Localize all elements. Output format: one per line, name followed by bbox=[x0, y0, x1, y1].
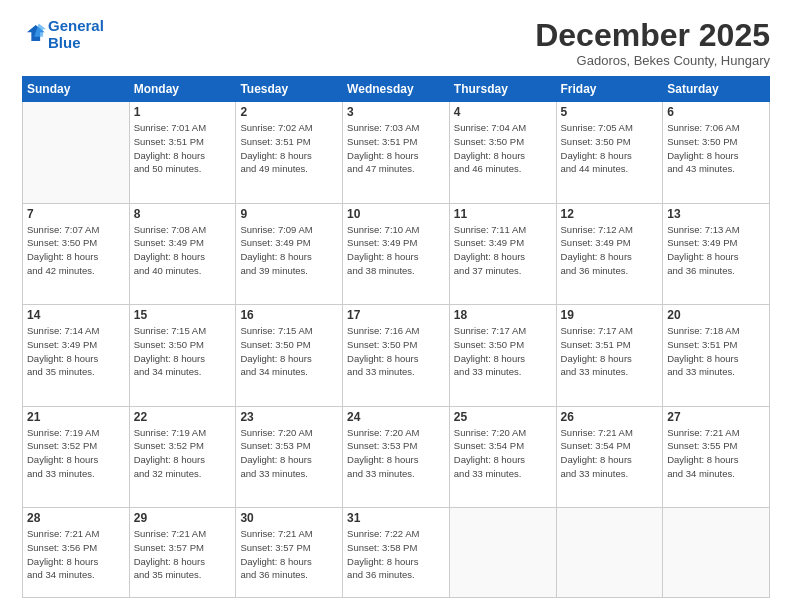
day-info: Sunrise: 7:05 AM Sunset: 3:50 PM Dayligh… bbox=[561, 121, 659, 176]
day-info: Sunrise: 7:20 AM Sunset: 3:53 PM Dayligh… bbox=[347, 426, 445, 481]
day-number: 10 bbox=[347, 207, 445, 221]
day-number: 13 bbox=[667, 207, 765, 221]
day-info: Sunrise: 7:22 AM Sunset: 3:58 PM Dayligh… bbox=[347, 527, 445, 582]
month-title: December 2025 bbox=[535, 18, 770, 53]
logo-text: General Blue bbox=[48, 18, 104, 51]
table-row: 16Sunrise: 7:15 AM Sunset: 3:50 PM Dayli… bbox=[236, 305, 343, 406]
table-row bbox=[23, 102, 130, 203]
day-number: 8 bbox=[134, 207, 232, 221]
day-info: Sunrise: 7:10 AM Sunset: 3:49 PM Dayligh… bbox=[347, 223, 445, 278]
day-info: Sunrise: 7:19 AM Sunset: 3:52 PM Dayligh… bbox=[134, 426, 232, 481]
table-row: 3Sunrise: 7:03 AM Sunset: 3:51 PM Daylig… bbox=[343, 102, 450, 203]
day-info: Sunrise: 7:07 AM Sunset: 3:50 PM Dayligh… bbox=[27, 223, 125, 278]
table-row: 19Sunrise: 7:17 AM Sunset: 3:51 PM Dayli… bbox=[556, 305, 663, 406]
calendar-header-thursday: Thursday bbox=[449, 77, 556, 102]
table-row: 31Sunrise: 7:22 AM Sunset: 3:58 PM Dayli… bbox=[343, 508, 450, 598]
table-row: 27Sunrise: 7:21 AM Sunset: 3:55 PM Dayli… bbox=[663, 406, 770, 507]
table-row: 20Sunrise: 7:18 AM Sunset: 3:51 PM Dayli… bbox=[663, 305, 770, 406]
day-number: 23 bbox=[240, 410, 338, 424]
day-number: 22 bbox=[134, 410, 232, 424]
table-row: 21Sunrise: 7:19 AM Sunset: 3:52 PM Dayli… bbox=[23, 406, 130, 507]
day-number: 28 bbox=[27, 511, 125, 525]
day-info: Sunrise: 7:13 AM Sunset: 3:49 PM Dayligh… bbox=[667, 223, 765, 278]
page: General Blue December 2025 Gadoros, Beke… bbox=[0, 0, 792, 612]
day-number: 25 bbox=[454, 410, 552, 424]
day-info: Sunrise: 7:02 AM Sunset: 3:51 PM Dayligh… bbox=[240, 121, 338, 176]
day-number: 20 bbox=[667, 308, 765, 322]
table-row bbox=[556, 508, 663, 598]
day-info: Sunrise: 7:12 AM Sunset: 3:49 PM Dayligh… bbox=[561, 223, 659, 278]
title-area: December 2025 Gadoros, Bekes County, Hun… bbox=[535, 18, 770, 68]
subtitle: Gadoros, Bekes County, Hungary bbox=[535, 53, 770, 68]
day-info: Sunrise: 7:21 AM Sunset: 3:54 PM Dayligh… bbox=[561, 426, 659, 481]
day-number: 5 bbox=[561, 105, 659, 119]
logo-line1: General bbox=[48, 17, 104, 34]
day-info: Sunrise: 7:09 AM Sunset: 3:49 PM Dayligh… bbox=[240, 223, 338, 278]
logo: General Blue bbox=[22, 18, 104, 51]
day-info: Sunrise: 7:20 AM Sunset: 3:54 PM Dayligh… bbox=[454, 426, 552, 481]
table-row bbox=[449, 508, 556, 598]
day-number: 14 bbox=[27, 308, 125, 322]
day-info: Sunrise: 7:15 AM Sunset: 3:50 PM Dayligh… bbox=[134, 324, 232, 379]
table-row: 30Sunrise: 7:21 AM Sunset: 3:57 PM Dayli… bbox=[236, 508, 343, 598]
table-row: 18Sunrise: 7:17 AM Sunset: 3:50 PM Dayli… bbox=[449, 305, 556, 406]
header: General Blue December 2025 Gadoros, Beke… bbox=[22, 18, 770, 68]
day-info: Sunrise: 7:17 AM Sunset: 3:50 PM Dayligh… bbox=[454, 324, 552, 379]
day-number: 15 bbox=[134, 308, 232, 322]
day-number: 31 bbox=[347, 511, 445, 525]
day-number: 30 bbox=[240, 511, 338, 525]
table-row: 25Sunrise: 7:20 AM Sunset: 3:54 PM Dayli… bbox=[449, 406, 556, 507]
day-info: Sunrise: 7:21 AM Sunset: 3:57 PM Dayligh… bbox=[134, 527, 232, 582]
table-row: 29Sunrise: 7:21 AM Sunset: 3:57 PM Dayli… bbox=[129, 508, 236, 598]
day-number: 12 bbox=[561, 207, 659, 221]
table-row: 17Sunrise: 7:16 AM Sunset: 3:50 PM Dayli… bbox=[343, 305, 450, 406]
calendar: SundayMondayTuesdayWednesdayThursdayFrid… bbox=[22, 76, 770, 598]
table-row: 1Sunrise: 7:01 AM Sunset: 3:51 PM Daylig… bbox=[129, 102, 236, 203]
table-row: 14Sunrise: 7:14 AM Sunset: 3:49 PM Dayli… bbox=[23, 305, 130, 406]
day-info: Sunrise: 7:08 AM Sunset: 3:49 PM Dayligh… bbox=[134, 223, 232, 278]
day-info: Sunrise: 7:17 AM Sunset: 3:51 PM Dayligh… bbox=[561, 324, 659, 379]
day-number: 6 bbox=[667, 105, 765, 119]
day-number: 3 bbox=[347, 105, 445, 119]
day-number: 18 bbox=[454, 308, 552, 322]
day-number: 21 bbox=[27, 410, 125, 424]
day-info: Sunrise: 7:06 AM Sunset: 3:50 PM Dayligh… bbox=[667, 121, 765, 176]
day-info: Sunrise: 7:16 AM Sunset: 3:50 PM Dayligh… bbox=[347, 324, 445, 379]
calendar-header-row: SundayMondayTuesdayWednesdayThursdayFrid… bbox=[23, 77, 770, 102]
day-info: Sunrise: 7:21 AM Sunset: 3:57 PM Dayligh… bbox=[240, 527, 338, 582]
day-number: 2 bbox=[240, 105, 338, 119]
day-info: Sunrise: 7:11 AM Sunset: 3:49 PM Dayligh… bbox=[454, 223, 552, 278]
day-number: 1 bbox=[134, 105, 232, 119]
table-row: 24Sunrise: 7:20 AM Sunset: 3:53 PM Dayli… bbox=[343, 406, 450, 507]
day-info: Sunrise: 7:19 AM Sunset: 3:52 PM Dayligh… bbox=[27, 426, 125, 481]
logo-line2: Blue bbox=[48, 34, 81, 51]
logo-icon bbox=[24, 22, 46, 44]
day-number: 27 bbox=[667, 410, 765, 424]
day-number: 11 bbox=[454, 207, 552, 221]
table-row bbox=[663, 508, 770, 598]
table-row: 5Sunrise: 7:05 AM Sunset: 3:50 PM Daylig… bbox=[556, 102, 663, 203]
day-number: 29 bbox=[134, 511, 232, 525]
table-row: 12Sunrise: 7:12 AM Sunset: 3:49 PM Dayli… bbox=[556, 203, 663, 304]
table-row: 2Sunrise: 7:02 AM Sunset: 3:51 PM Daylig… bbox=[236, 102, 343, 203]
table-row: 28Sunrise: 7:21 AM Sunset: 3:56 PM Dayli… bbox=[23, 508, 130, 598]
calendar-header-tuesday: Tuesday bbox=[236, 77, 343, 102]
table-row: 6Sunrise: 7:06 AM Sunset: 3:50 PM Daylig… bbox=[663, 102, 770, 203]
day-number: 9 bbox=[240, 207, 338, 221]
table-row: 8Sunrise: 7:08 AM Sunset: 3:49 PM Daylig… bbox=[129, 203, 236, 304]
day-number: 26 bbox=[561, 410, 659, 424]
day-info: Sunrise: 7:20 AM Sunset: 3:53 PM Dayligh… bbox=[240, 426, 338, 481]
day-number: 24 bbox=[347, 410, 445, 424]
day-info: Sunrise: 7:04 AM Sunset: 3:50 PM Dayligh… bbox=[454, 121, 552, 176]
table-row: 4Sunrise: 7:04 AM Sunset: 3:50 PM Daylig… bbox=[449, 102, 556, 203]
table-row: 10Sunrise: 7:10 AM Sunset: 3:49 PM Dayli… bbox=[343, 203, 450, 304]
day-info: Sunrise: 7:21 AM Sunset: 3:56 PM Dayligh… bbox=[27, 527, 125, 582]
table-row: 7Sunrise: 7:07 AM Sunset: 3:50 PM Daylig… bbox=[23, 203, 130, 304]
day-info: Sunrise: 7:15 AM Sunset: 3:50 PM Dayligh… bbox=[240, 324, 338, 379]
calendar-header-monday: Monday bbox=[129, 77, 236, 102]
day-number: 16 bbox=[240, 308, 338, 322]
day-number: 19 bbox=[561, 308, 659, 322]
table-row: 11Sunrise: 7:11 AM Sunset: 3:49 PM Dayli… bbox=[449, 203, 556, 304]
calendar-header-sunday: Sunday bbox=[23, 77, 130, 102]
table-row: 23Sunrise: 7:20 AM Sunset: 3:53 PM Dayli… bbox=[236, 406, 343, 507]
